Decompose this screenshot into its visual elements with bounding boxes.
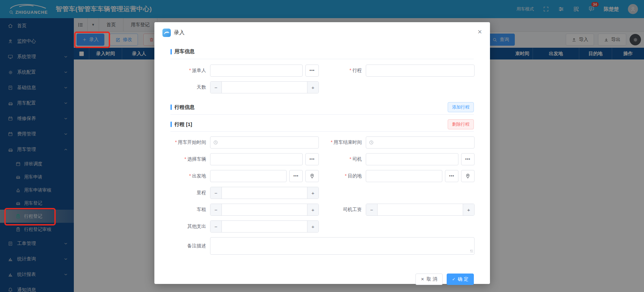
rent-stepper: − + xyxy=(210,204,319,216)
remark-textarea[interactable] xyxy=(210,237,475,255)
other-expense-stepper: − + xyxy=(210,220,319,233)
minus-button[interactable]: − xyxy=(210,221,222,232)
minus-button[interactable]: − xyxy=(210,82,222,93)
section-vehicle-info: 用车信息 xyxy=(170,48,474,55)
dispatcher-label: *派单人 xyxy=(170,68,210,74)
close-icon: ✕ xyxy=(421,277,424,282)
plus-button[interactable]: + xyxy=(307,204,318,215)
destination-map-button[interactable] xyxy=(461,170,475,182)
vehicle-label: *选择车辆 xyxy=(170,156,210,162)
rent-input[interactable] xyxy=(222,204,307,215)
ellipsis-icon: ••• xyxy=(465,157,470,162)
section-trip-1: 行程 [1] 删除行程 xyxy=(170,119,474,129)
days-stepper: − + xyxy=(210,81,319,93)
origin-input[interactable] xyxy=(210,170,287,182)
trip-label: *行程 xyxy=(322,68,366,74)
end-time-input[interactable] xyxy=(366,136,475,149)
start-time-input[interactable] xyxy=(210,136,319,149)
vehicle-picker-button[interactable]: ••• xyxy=(305,153,319,165)
ellipsis-icon: ••• xyxy=(293,174,299,178)
dialog-title: 录入 xyxy=(174,29,185,36)
driver-label: *司机 xyxy=(322,156,366,162)
clock-icon xyxy=(369,140,374,145)
check-icon: ✓ xyxy=(452,277,455,282)
origin-map-button[interactable] xyxy=(305,170,319,182)
days-input[interactable] xyxy=(222,82,307,93)
ellipsis-icon: ••• xyxy=(309,68,315,73)
confirm-button[interactable]: ✓ 确 定 xyxy=(447,274,474,285)
origin-picker-button[interactable]: ••• xyxy=(289,170,303,182)
driver-input[interactable] xyxy=(366,153,458,165)
driver-salary-stepper: − + xyxy=(366,204,475,216)
plus-button[interactable]: + xyxy=(307,82,318,93)
destination-label: *目的地 xyxy=(322,173,366,179)
ellipsis-icon: ••• xyxy=(449,174,454,178)
location-icon xyxy=(465,173,470,179)
vehicle-input[interactable] xyxy=(210,153,303,165)
add-trip-button[interactable]: 添加行程 xyxy=(448,102,474,112)
ellipsis-icon: ••• xyxy=(309,157,315,162)
other-expense-label: 其他支出 xyxy=(170,223,210,230)
start-time-label: *用车开始时间 xyxy=(170,139,210,145)
dispatcher-picker-button[interactable]: ••• xyxy=(305,65,319,77)
destination-picker-button[interactable]: ••• xyxy=(445,170,458,182)
mileage-stepper: − + xyxy=(210,187,319,199)
clock-icon xyxy=(213,140,218,145)
section-trip-info: 行程信息 添加行程 xyxy=(170,102,474,112)
plus-button[interactable]: + xyxy=(307,187,318,199)
mileage-label: 里程 xyxy=(170,190,210,196)
entry-dialog: 录入 × 用车信息 *派单人 ••• *行程 天数 xyxy=(154,22,490,284)
end-time-label: *用车结束时间 xyxy=(322,139,366,145)
trip-input[interactable] xyxy=(366,65,475,77)
driver-salary-label: 司机工资 xyxy=(322,207,366,213)
dialog-logo-icon xyxy=(162,29,171,37)
delete-trip-button[interactable]: 删除行程 xyxy=(448,119,474,129)
driver-salary-input[interactable] xyxy=(378,204,463,215)
origin-label: *出发地 xyxy=(170,173,210,179)
destination-input[interactable] xyxy=(366,170,442,182)
location-icon xyxy=(309,173,315,179)
close-icon[interactable]: × xyxy=(478,28,482,36)
other-expense-input[interactable] xyxy=(222,221,307,232)
rent-label: 车租 xyxy=(170,207,210,213)
dispatcher-input[interactable] xyxy=(210,65,303,77)
days-label: 天数 xyxy=(170,84,210,90)
plus-button[interactable]: + xyxy=(307,221,318,232)
plus-button[interactable]: + xyxy=(463,204,474,215)
minus-button[interactable]: − xyxy=(366,204,378,215)
minus-button[interactable]: − xyxy=(210,187,222,199)
cancel-button[interactable]: ✕ 取 消 xyxy=(415,274,443,285)
driver-picker-button[interactable]: ••• xyxy=(461,153,475,165)
mileage-input[interactable] xyxy=(222,187,307,199)
minus-button[interactable]: − xyxy=(210,204,222,215)
remark-label: 备注描述 xyxy=(170,243,210,249)
